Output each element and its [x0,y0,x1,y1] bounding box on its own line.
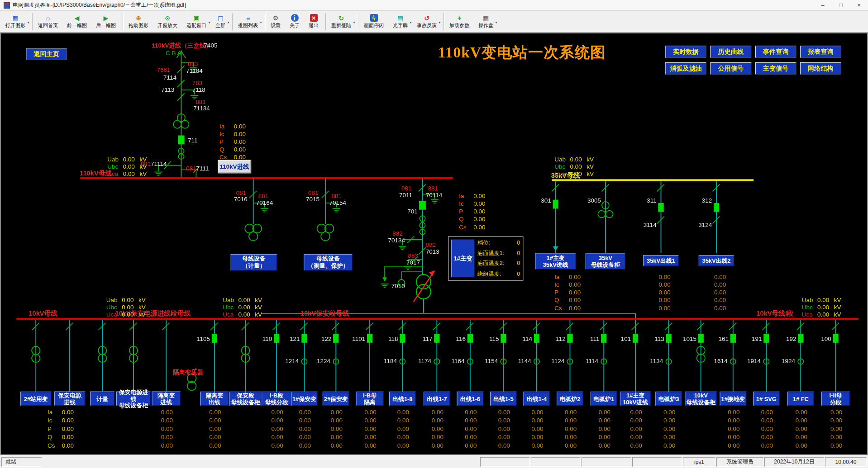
bay-button-25[interactable]: I-II母 分段 [821,392,850,406]
bay-button-10[interactable]: 2#保安变 [323,392,349,406]
nav-button-8[interactable]: 网络结构 [800,62,841,75]
breaker-id: 1134 [650,358,663,364]
bay35-button-4[interactable]: 35kV出线2 [699,255,734,266]
toolbar-button-exit[interactable]: ×退出 [305,12,324,32]
bay-id: 311 [647,198,657,203]
measure-value: 0.00 [62,417,74,423]
equipment-label: 70164 [256,200,273,206]
measure-value: 0.00 [473,208,485,214]
nav-button-4[interactable]: 报表查询 [800,46,841,58]
bay-button-20[interactable]: 电弧炉3 [655,392,682,406]
equipment-label: 881 [428,185,439,191]
reading-value: 0 [517,261,520,266]
minimize-button[interactable]: – [814,0,832,10]
measure-value: 0.00 [796,442,807,448]
voltage-unit: kV [834,297,841,303]
bay-button-14[interactable]: 出线1-6 [457,392,483,406]
main-transformer-button[interactable]: 1#主变 [451,240,474,277]
bay-button-18[interactable]: 电弧炉1 [591,392,617,406]
bay35-button-1[interactable]: 1#主变 35kV进线 [535,253,576,269]
bus-equipment-metering-button[interactable]: 母线设备 （计量） [230,254,277,271]
breaker-id: 161 [718,336,729,342]
home-button[interactable]: 返回主页 [26,48,67,60]
breaker-id: 1224 [317,358,330,364]
bay-button-15[interactable]: 出线1-5 [490,392,517,406]
toolbar-button-relogin[interactable]: ↻重新登陆▼ [328,12,357,32]
toolbar-button-label: 推图列表 [238,22,258,29]
bay-button-1[interactable]: 2#站用变 [20,392,52,406]
bay-button-8[interactable]: I-B段 母线分段 [262,392,291,406]
voltage-value: 0.00 [817,304,829,310]
toolbar-button-list[interactable]: ≡推图列表▼ [234,12,263,32]
measure-value: 0.00 [796,434,807,440]
toolbar-separator [444,13,444,30]
bay-button-22[interactable]: 1#接地变 [720,392,746,406]
equipment-label: 882 [392,231,403,236]
drag-icon: ⊕ [135,14,143,22]
bay-button-11[interactable]: I-B母 隔离 [356,392,383,406]
bay-button-13[interactable]: 出线1-7 [424,392,450,406]
nav-button-5[interactable]: 消弧及滤油 [665,62,706,75]
toolbar-button-next[interactable]: ▶后一幅图 [92,12,121,32]
measure-value: 0.00 [599,434,610,440]
measure-value: 0.00 [714,289,726,295]
bay-button-24[interactable]: 1# FC [787,392,814,406]
toolbar-button-open-graphic[interactable]: ▦打开图形▼ [2,12,31,32]
bay-button-21[interactable]: 10kV 母线设备柜 [685,392,717,406]
breaker-id: 121 [290,336,300,342]
breaker-id: 1214 [285,358,299,364]
bay-button-2[interactable]: 保安电源 进线 [54,392,86,406]
measure-value: 0.00 [569,282,581,288]
bay-button-16[interactable]: 出线1-4 [524,392,550,406]
bay-button-17[interactable]: 电弧炉2 [557,392,583,406]
toolbar-button-fit[interactable]: ▣适配窗口▼ [183,12,212,32]
bay35-button-2[interactable]: 35kV 母线设备柜 [586,253,625,269]
toolbar-button-stop-flash[interactable]: ϟ画面停闪 [360,12,389,32]
voltage-unit: kV [587,156,594,162]
bay35-button-3[interactable]: 35kV出线1 [643,255,678,266]
nav-button-6[interactable]: 公用信号 [711,62,752,75]
nav-button-3[interactable]: 事件查询 [755,46,796,58]
toolbar-button-settings[interactable]: ⚙设置 [267,12,286,32]
bay-button-6[interactable]: 隔离变 出线 [200,392,229,406]
bay-button-9[interactable]: 1#保安变 [291,392,318,406]
toolbar-button-prev[interactable]: ◀前一幅图 [63,12,92,32]
toolbar-button-light-board[interactable]: ▤光字牌▼ [389,12,413,32]
measure-value: 0.00 [234,147,246,152]
nav-button-2[interactable]: 历史曲线 [711,46,752,58]
toolbar-button-label: 全屏 [215,22,225,29]
breaker-id: 1914 [747,358,761,364]
toolbar-button-home[interactable]: ⌂返回首页 [34,12,63,32]
close-button[interactable]: × [850,0,868,10]
bay-button-3[interactable]: 计量 [90,392,114,406]
measure-value: 0.00 [364,442,376,448]
nav-button-7[interactable]: 主变信号 [755,62,796,75]
maximize-button[interactable]: □ [832,0,850,10]
measure-value: 0.00 [364,426,376,432]
measure-label: P [48,426,52,432]
incoming-110kv-button[interactable]: 110kV进线 [218,160,251,173]
toolbar-button-about[interactable]: i关于 [286,12,305,32]
toolbar-button-drag[interactable]: ⊕拖动图形 [125,12,154,32]
voltage-unit: kV [255,297,262,303]
toolbar-button-replay[interactable]: ↺事故反演▼ [413,12,442,32]
measure-value: 0.00 [630,442,642,448]
toolbar-button-label: 拖动图形 [129,22,148,29]
bus-equipment-protection-button[interactable]: 母线设备 （测量、保护） [304,254,353,271]
toolbar-button-label: 加载参数 [449,22,469,29]
bay-button-12[interactable]: 出线1-8 [389,392,416,406]
toolbar-button-op-panel[interactable]: ▦操作盘▼ [475,12,499,32]
bay-button-7[interactable]: 保安段 母线设备柜 [229,392,262,406]
toolbar-button-load-params[interactable]: +加载参数 [446,12,475,32]
bay-button-19[interactable]: 1#主变 10kV进线 [620,392,651,406]
measure-label: Ia [48,409,52,415]
voltage-value: 0.00 [570,156,582,162]
toolbar-button-fullscreen[interactable]: ▢全屏▼ [212,12,231,32]
bay-button-23[interactable]: 1# SVG [753,392,780,406]
dropdown-arrow-icon: ▼ [227,21,230,24]
toolbar-button-zoom[interactable]: ⊙开窗放大 [154,12,183,32]
measure-value: 0.00 [663,442,675,448]
nav-button-1[interactable]: 实时数据 [665,46,706,58]
bay-button-4[interactable]: 保安电源进线 母线设备柜 [116,392,151,406]
bay-button-5[interactable]: 隔离变 进线 [152,392,181,406]
